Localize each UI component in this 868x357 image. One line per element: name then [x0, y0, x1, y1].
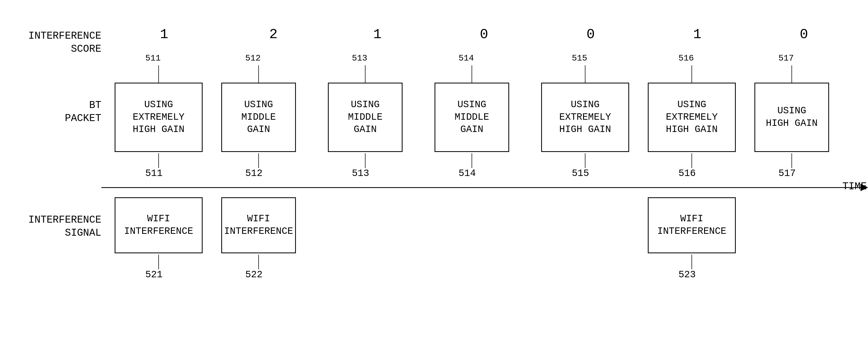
- tick-521: [158, 255, 159, 269]
- tick-515: [585, 153, 585, 168]
- ref-523: 523: [678, 269, 696, 280]
- ref-515: 515: [572, 168, 589, 179]
- score-ref-511: 511: [145, 53, 161, 63]
- ref-517: 517: [778, 168, 796, 179]
- score-tick-517: [792, 65, 792, 83]
- timeline: [101, 187, 861, 188]
- score-tick-513: [365, 65, 366, 83]
- tick-514: [472, 153, 472, 168]
- tick-513: [365, 153, 366, 168]
- score-tick-515: [585, 65, 585, 83]
- wifi-signal-522: WIFIINTERFERENCE: [221, 197, 296, 253]
- ref-516: 516: [678, 168, 696, 179]
- score-2: 2: [269, 27, 278, 42]
- score-3: 1: [373, 27, 381, 42]
- score-tick-516: [691, 65, 692, 83]
- tick-522: [258, 255, 259, 269]
- wifi-signal-521: WIFIINTERFERENCE: [115, 197, 203, 253]
- tick-511: [158, 153, 159, 168]
- tick-523: [691, 255, 692, 269]
- ref-522: 522: [245, 269, 262, 280]
- score-6: 1: [693, 27, 702, 42]
- score-4: 0: [480, 27, 488, 42]
- score-ref-517: 517: [778, 53, 794, 63]
- score-5: 0: [587, 27, 595, 42]
- score-ref-514: 514: [459, 53, 474, 63]
- ref-512: 512: [245, 168, 262, 179]
- time-label: TIME: [842, 181, 867, 192]
- bt-packet-514: USINGMIDDLEGAIN: [435, 83, 509, 152]
- diagram: INTERFERENCESCORE 1 2 1 0 0 1 0 BTPACKET…: [0, 0, 868, 357]
- ref-521: 521: [145, 269, 163, 280]
- label-interference-signal: INTERFERENCESIGNAL: [8, 213, 101, 240]
- bt-packet-513: USINGMIDDLEGAIN: [328, 83, 403, 152]
- tick-516: [691, 153, 692, 168]
- bt-packet-512: USINGMIDDLEGAIN: [221, 83, 296, 152]
- score-ref-512: 512: [245, 53, 261, 63]
- bt-packet-517: USINGHIGH GAIN: [754, 83, 829, 152]
- score-1: 1: [160, 27, 168, 42]
- wifi-signal-523: WIFIINTERFERENCE: [648, 197, 736, 253]
- bt-packet-515: USINGEXTREMELYHIGH GAIN: [541, 83, 629, 152]
- ref-513: 513: [352, 168, 369, 179]
- score-tick-514: [472, 65, 472, 83]
- label-bt-packet: BTPACKET: [8, 99, 101, 125]
- tick-517: [792, 153, 792, 168]
- score-ref-516: 516: [678, 53, 694, 63]
- score-7: 0: [800, 27, 808, 42]
- bt-packet-516: USINGEXTREMELYHIGH GAIN: [648, 83, 736, 152]
- score-tick-511: [158, 65, 159, 83]
- tick-512: [258, 153, 259, 168]
- score-tick-512: [258, 65, 259, 83]
- label-interference-score: INTERFERENCESCORE: [8, 29, 101, 56]
- ref-511: 511: [145, 168, 163, 179]
- score-ref-515: 515: [572, 53, 587, 63]
- ref-514: 514: [459, 168, 476, 179]
- score-ref-513: 513: [352, 53, 367, 63]
- bt-packet-511: USINGEXTREMELYHIGH GAIN: [115, 83, 203, 152]
